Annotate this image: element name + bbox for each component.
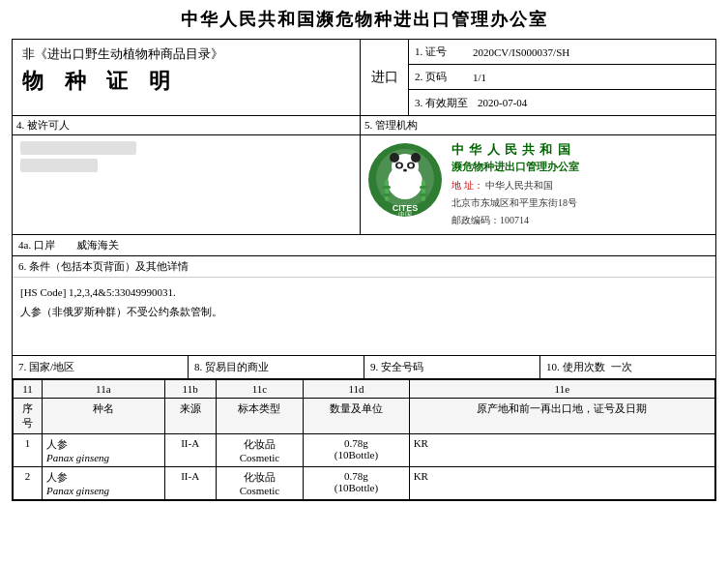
type-en-0: Cosmetic bbox=[220, 452, 300, 463]
cell-name-0: 人参 Panax ginseng bbox=[43, 433, 165, 466]
qty-sub-0: (10Bottle) bbox=[307, 449, 404, 460]
blurred-info bbox=[20, 141, 136, 155]
svg-rect-16 bbox=[420, 193, 427, 196]
cell-qty-0: 0.78g (10Bottle) bbox=[304, 433, 409, 466]
cell-source-1: II-A bbox=[164, 466, 216, 499]
left-title-box: 非《进出口野生动植物种商品目录》 物 种 证 明 bbox=[13, 40, 361, 115]
cert-label-2: 2. 页码 bbox=[415, 70, 463, 84]
conditions-line2: 人参（非俄罗斯种群）不受公约条款管制。 bbox=[20, 303, 708, 322]
col-header-11c: 11c bbox=[216, 379, 304, 398]
authority-name-sub: 濒危物种进出口管理办公室 bbox=[451, 159, 579, 176]
col-header-11b: 11b bbox=[164, 379, 216, 398]
cert-row-3: 3. 有效期至 2020-07-04 bbox=[409, 90, 715, 115]
col-label-name: 种名 bbox=[43, 398, 165, 433]
cert-row-1: 1. 证号 2020CV/IS000037/SH bbox=[409, 40, 715, 65]
usage-label: 10. 使用次数 bbox=[546, 361, 605, 372]
table-header-row-labels: 序号 种名 来源 标本类型 数量及单位 原产地和前一再出口地，证号及日期 bbox=[14, 398, 715, 433]
import-label: 进口 bbox=[361, 40, 409, 115]
country-cell: 7. 国家/地区 bbox=[13, 356, 189, 378]
conditions-content: [HS Code] 1,2,3,4&5:33049990031. 人参（非俄罗斯… bbox=[13, 278, 715, 355]
type-zh-0: 化妆品 bbox=[220, 437, 300, 452]
cell-origin-0: KR bbox=[409, 433, 714, 466]
cert-row-2: 2. 页码 1/1 bbox=[409, 65, 715, 90]
species-table: 11 11a 11b 11c 11d 11e 序号 种名 来源 标本类型 数量及… bbox=[13, 379, 715, 500]
blurred-info-2 bbox=[20, 159, 98, 172]
col-header-11: 11 bbox=[14, 379, 43, 398]
name-latin-0: Panax ginseng bbox=[46, 452, 160, 463]
svg-rect-13 bbox=[383, 186, 391, 189]
conditions-label: 6. 条件（包括本页背面）及其他详情 bbox=[13, 256, 715, 278]
col-label-num: 序号 bbox=[14, 398, 43, 433]
subtitle: 非《进出口野生动植物种商品目录》 bbox=[22, 45, 350, 63]
col-label-type: 标本类型 bbox=[216, 398, 304, 433]
cell-source-0: II-A bbox=[164, 433, 216, 466]
port-row: 4a. 口岸 威海海关 bbox=[12, 235, 716, 256]
permittee-box: 4. 被许可人 bbox=[13, 116, 361, 234]
permittee-content bbox=[13, 135, 360, 203]
conditions-line1: [HS Code] 1,2,3,4&5:33049990031. bbox=[20, 283, 708, 303]
cert-label-3: 3. 有效期至 bbox=[415, 96, 468, 110]
authority-addr2: 北京市东城区和平里东街18号 bbox=[451, 195, 579, 211]
main-title: 中华人民共和国濒危物种进出口管理办公室 bbox=[12, 8, 716, 31]
authority-text: 中 华 人 民 共 和 国 濒危物种进出口管理办公室 地 址： 中华人民共和国 … bbox=[451, 141, 579, 228]
authority-box: 5. 管理机构 bbox=[361, 116, 715, 234]
table-row: 2 人参 Panax ginseng II-A 化妆品 Cosmetic 0.7… bbox=[14, 466, 715, 499]
trade-cell: 8. 贸易目的商业 bbox=[189, 356, 364, 378]
permittee-label: 4. 被许可人 bbox=[13, 116, 360, 135]
cell-qty-1: 0.78g (10Bottle) bbox=[304, 466, 409, 499]
authority-content: CITES 中国 中 华 人 民 共 和 国 濒危物种进出口管理办公室 地 址：… bbox=[361, 135, 715, 234]
table-section: 11 11a 11b 11c 11d 11e 序号 种名 来源 标本类型 数量及… bbox=[12, 379, 716, 501]
qty-0: 0.78g bbox=[307, 437, 404, 449]
svg-rect-14 bbox=[420, 186, 427, 189]
table-header-row-11: 11 11a 11b 11c 11d 11e bbox=[14, 379, 715, 398]
usage-value: 一次 bbox=[611, 361, 632, 372]
authority-name-zh: 中 华 人 民 共 和 国 bbox=[451, 141, 579, 159]
port-value: 威海海关 bbox=[76, 238, 119, 252]
svg-point-5 bbox=[411, 153, 421, 163]
cert-label-1: 1. 证号 bbox=[415, 45, 463, 59]
cell-num-1: 2 bbox=[14, 466, 43, 499]
cert-value-2: 1/1 bbox=[473, 72, 486, 83]
col-header-11e: 11e bbox=[409, 379, 714, 398]
document-page: 中华人民共和国濒危物种进出口管理办公室 非《进出口野生动植物种商品目录》 物 种… bbox=[0, 0, 728, 564]
svg-rect-15 bbox=[383, 193, 391, 196]
svg-point-8 bbox=[397, 163, 401, 167]
right-top-inner: 进口 1. 证号 2020CV/IS000037/SH 2. 页码 1/1 3.… bbox=[361, 40, 715, 115]
big-title: 物 种 证 明 bbox=[22, 67, 350, 96]
top-section: 非《进出口野生动植物种商品目录》 物 种 证 明 进口 1. 证号 2020CV… bbox=[12, 39, 716, 116]
cell-name-1: 人参 Panax ginseng bbox=[43, 466, 165, 499]
name-zh-1: 人参 bbox=[46, 470, 160, 485]
table-row: 1 人参 Panax ginseng II-A 化妆品 Cosmetic 0.7… bbox=[14, 433, 715, 466]
cell-num-0: 1 bbox=[14, 433, 43, 466]
type-zh-1: 化妆品 bbox=[220, 470, 300, 485]
usage-cell: 10. 使用次数 一次 bbox=[540, 356, 715, 378]
svg-rect-12 bbox=[422, 180, 425, 201]
col-label-origin: 原产地和前一再出口地，证号及日期 bbox=[409, 398, 714, 433]
cert-info: 1. 证号 2020CV/IS000037/SH 2. 页码 1/1 3. 有效… bbox=[409, 40, 715, 115]
cell-origin-1: KR bbox=[409, 466, 714, 499]
authority-addr1: 地 址： 中华人民共和国 bbox=[451, 178, 579, 193]
svg-point-9 bbox=[409, 163, 413, 167]
svg-text:中国: 中国 bbox=[398, 211, 412, 219]
qty-1: 0.78g bbox=[307, 470, 404, 482]
svg-point-10 bbox=[403, 169, 407, 172]
safety-cell: 9. 安全号码 bbox=[364, 356, 540, 378]
info-row: 7. 国家/地区 8. 贸易目的商业 9. 安全号码 10. 使用次数 一次 bbox=[12, 356, 716, 379]
svg-rect-11 bbox=[385, 180, 389, 201]
name-latin-1: Panax ginseng bbox=[46, 485, 160, 496]
cell-type-0: 化妆品 Cosmetic bbox=[216, 433, 304, 466]
name-zh-0: 人参 bbox=[46, 437, 160, 452]
right-cert-box: 进口 1. 证号 2020CV/IS000037/SH 2. 页码 1/1 3.… bbox=[361, 40, 715, 115]
port-label: 4a. 口岸 bbox=[18, 238, 57, 252]
addr-value-1: 中华人民共和国 bbox=[485, 180, 553, 191]
col-header-11a: 11a bbox=[43, 379, 165, 398]
svg-point-4 bbox=[390, 153, 399, 163]
cert-value-1: 2020CV/IS000037/SH bbox=[473, 46, 569, 58]
conditions-section: 6. 条件（包括本页背面）及其他详情 [HS Code] 1,2,3,4&5:3… bbox=[12, 256, 716, 356]
cell-type-1: 化妆品 Cosmetic bbox=[216, 466, 304, 499]
qty-sub-1: (10Bottle) bbox=[307, 482, 404, 493]
cites-logo: CITES 中国 bbox=[366, 141, 444, 219]
col-label-source: 来源 bbox=[164, 398, 216, 433]
cert-value-3: 2020-07-04 bbox=[478, 97, 527, 108]
addr-label: 地 址： bbox=[451, 180, 483, 191]
